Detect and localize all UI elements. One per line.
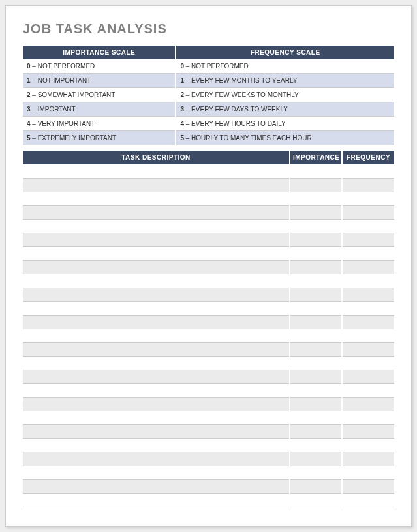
- table-row: [23, 356, 394, 370]
- task-frequency-cell[interactable]: [342, 233, 394, 246]
- task-description-cell[interactable]: [23, 424, 290, 438]
- task-frequency-cell[interactable]: [342, 397, 394, 411]
- task-description-cell[interactable]: [23, 288, 290, 301]
- task-importance-cell[interactable]: [290, 452, 342, 466]
- task-frequency-cell[interactable]: [342, 356, 394, 370]
- table-row: [23, 383, 394, 397]
- table-row: [23, 342, 394, 356]
- task-description-cell[interactable]: [23, 274, 290, 288]
- task-frequency-cell[interactable]: [342, 370, 394, 383]
- task-frequency-cell[interactable]: [342, 493, 394, 507]
- table-row: [23, 233, 394, 246]
- task-frequency-cell[interactable]: [342, 438, 394, 452]
- task-frequency-cell[interactable]: [342, 329, 394, 342]
- table-row: [23, 329, 394, 342]
- task-importance-cell[interactable]: [290, 260, 342, 274]
- task-description-cell[interactable]: [23, 356, 290, 370]
- scale-row: 2 – SOMEWHAT IMPORTANT2 – EVERY FEW WEEK…: [23, 88, 394, 102]
- task-importance-cell[interactable]: [290, 438, 342, 452]
- task-frequency-cell[interactable]: [342, 479, 394, 493]
- task-importance-cell[interactable]: [290, 205, 342, 219]
- task-description-cell[interactable]: [23, 205, 290, 219]
- task-frequency-cell[interactable]: [342, 164, 394, 178]
- task-importance-cell[interactable]: [290, 411, 342, 424]
- task-importance-cell[interactable]: [290, 424, 342, 438]
- task-frequency-cell[interactable]: [342, 301, 394, 315]
- table-row: [23, 452, 394, 466]
- task-importance-cell[interactable]: [290, 370, 342, 383]
- task-description-cell[interactable]: [23, 246, 290, 260]
- task-frequency-cell[interactable]: [342, 342, 394, 356]
- task-description-cell[interactable]: [23, 479, 290, 493]
- importance-scale-cell: 4 – VERY IMPORTANT: [23, 117, 176, 131]
- importance-scale-header: IMPORTANCE SCALE: [23, 46, 176, 59]
- task-description-cell[interactable]: [23, 178, 290, 192]
- task-frequency-cell[interactable]: [342, 466, 394, 479]
- task-importance-cell[interactable]: [290, 315, 342, 329]
- task-importance-cell[interactable]: [290, 164, 342, 178]
- task-frequency-cell[interactable]: [342, 274, 394, 288]
- scale-row: 4 – VERY IMPORTANT4 – EVERY FEW HOURS TO…: [23, 117, 394, 131]
- tasks-table: TASK DESCRIPTION IMPORTANCE FREQUENCY: [23, 151, 394, 507]
- task-frequency-cell[interactable]: [342, 246, 394, 260]
- table-row: [23, 479, 394, 493]
- task-description-cell[interactable]: [23, 466, 290, 479]
- task-frequency-cell[interactable]: [342, 192, 394, 205]
- task-description-cell[interactable]: [23, 370, 290, 383]
- scales-table: IMPORTANCE SCALE FREQUENCY SCALE 0 – NOT…: [23, 46, 394, 145]
- table-row: [23, 301, 394, 315]
- task-importance-cell[interactable]: [290, 301, 342, 315]
- task-importance-cell[interactable]: [290, 479, 342, 493]
- task-description-cell[interactable]: [23, 493, 290, 507]
- page-title: JOB TASK ANALYSIS: [23, 22, 394, 37]
- task-frequency-cell[interactable]: [342, 424, 394, 438]
- frequency-scale-cell: 2 – EVERY FEW WEEKS TO MONTHLY: [176, 88, 394, 102]
- task-description-cell[interactable]: [23, 315, 290, 329]
- task-description-cell[interactable]: [23, 219, 290, 233]
- task-frequency-cell[interactable]: [342, 315, 394, 329]
- task-description-cell[interactable]: [23, 438, 290, 452]
- scale-row: 3 – IMPORTANT3 – EVERY FEW DAYS TO WEEKL…: [23, 102, 394, 117]
- table-row: [23, 315, 394, 329]
- table-row: [23, 178, 394, 192]
- task-importance-cell[interactable]: [290, 219, 342, 233]
- task-importance-cell[interactable]: [290, 288, 342, 301]
- task-description-cell[interactable]: [23, 233, 290, 246]
- table-row: [23, 205, 394, 219]
- task-description-cell[interactable]: [23, 329, 290, 342]
- table-row: [23, 219, 394, 233]
- task-frequency-cell[interactable]: [342, 383, 394, 397]
- task-description-cell[interactable]: [23, 452, 290, 466]
- task-importance-cell[interactable]: [290, 493, 342, 507]
- task-importance-cell[interactable]: [290, 274, 342, 288]
- task-description-cell[interactable]: [23, 397, 290, 411]
- task-importance-cell[interactable]: [290, 356, 342, 370]
- task-description-cell[interactable]: [23, 383, 290, 397]
- task-importance-cell[interactable]: [290, 246, 342, 260]
- task-frequency-cell[interactable]: [342, 411, 394, 424]
- task-frequency-cell[interactable]: [342, 205, 394, 219]
- task-importance-cell[interactable]: [290, 397, 342, 411]
- table-row: [23, 260, 394, 274]
- task-importance-cell[interactable]: [290, 329, 342, 342]
- task-importance-cell[interactable]: [290, 192, 342, 205]
- scale-label: – NOT PERFORMED: [31, 63, 95, 70]
- task-description-cell[interactable]: [23, 260, 290, 274]
- task-description-cell[interactable]: [23, 164, 290, 178]
- task-frequency-cell[interactable]: [342, 260, 394, 274]
- task-frequency-cell[interactable]: [342, 219, 394, 233]
- task-importance-cell[interactable]: [290, 383, 342, 397]
- frequency-scale-cell: 0 – NOT PERFORMED: [176, 59, 394, 74]
- task-importance-cell[interactable]: [290, 466, 342, 479]
- task-importance-cell[interactable]: [290, 342, 342, 356]
- task-description-cell[interactable]: [23, 301, 290, 315]
- task-frequency-cell[interactable]: [342, 178, 394, 192]
- task-description-cell[interactable]: [23, 192, 290, 205]
- scale-label: – VERY IMPORTANT: [31, 120, 95, 127]
- task-importance-cell[interactable]: [290, 233, 342, 246]
- task-description-cell[interactable]: [23, 411, 290, 424]
- task-frequency-cell[interactable]: [342, 452, 394, 466]
- task-description-cell[interactable]: [23, 342, 290, 356]
- task-frequency-cell[interactable]: [342, 288, 394, 301]
- task-importance-cell[interactable]: [290, 178, 342, 192]
